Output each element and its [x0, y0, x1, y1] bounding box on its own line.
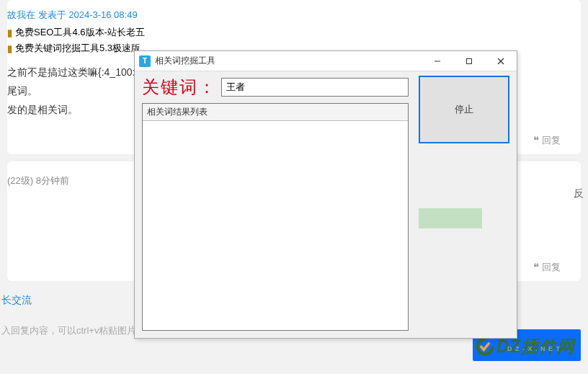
- post-header[interactable]: 故我在 发表于 2024-3-16 08:49: [7, 3, 581, 25]
- result-list-body[interactable]: [143, 121, 408, 330]
- keyword-tool-dialog: T 相关词挖掘工具 关键词： 相关词结果列表 停止: [134, 50, 517, 339]
- reply-label: 回复: [542, 134, 561, 147]
- attachment-line-1[interactable]: ▮ 免费SEO工具4.6版本-站长老五: [7, 25, 581, 40]
- dialog-title: 相关词挖掘工具: [155, 55, 215, 67]
- reply-label: 回复: [542, 261, 561, 274]
- stop-button[interactable]: 停止: [419, 76, 509, 143]
- attachment-icon: ▮: [7, 27, 12, 38]
- result-list-header: 相关词结果列表: [143, 104, 408, 121]
- keyword-row: 关键词：: [142, 76, 409, 99]
- attachment-icon: ▮: [7, 43, 12, 54]
- app-icon: T: [139, 55, 151, 67]
- right-edge-text: 反: [574, 187, 584, 200]
- minimize-button[interactable]: [422, 51, 453, 71]
- dialog-body: 关键词： 相关词结果列表 停止: [135, 71, 517, 338]
- dialog-titlebar[interactable]: T 相关词挖掘工具: [135, 51, 517, 71]
- window-controls: [422, 51, 517, 71]
- attachment-text: 免费关键词挖掘工具5.3极速版: [15, 42, 141, 55]
- result-listbox[interactable]: 相关词结果列表: [142, 103, 409, 331]
- keyword-input[interactable]: [221, 78, 409, 97]
- quote-icon: ❝: [533, 261, 539, 274]
- quote-icon: ❝: [533, 134, 539, 147]
- maximize-button[interactable]: [453, 51, 485, 71]
- close-button[interactable]: [485, 51, 517, 71]
- dialog-right-column: 停止: [419, 76, 509, 331]
- keyword-label: 关键词：: [142, 76, 217, 99]
- attachment-text: 免费SEO工具4.6版本-站长老五: [15, 26, 145, 39]
- secondary-button[interactable]: [419, 208, 482, 228]
- svg-rect-1: [467, 58, 472, 63]
- dialog-left-column: 关键词： 相关词结果列表: [142, 76, 409, 331]
